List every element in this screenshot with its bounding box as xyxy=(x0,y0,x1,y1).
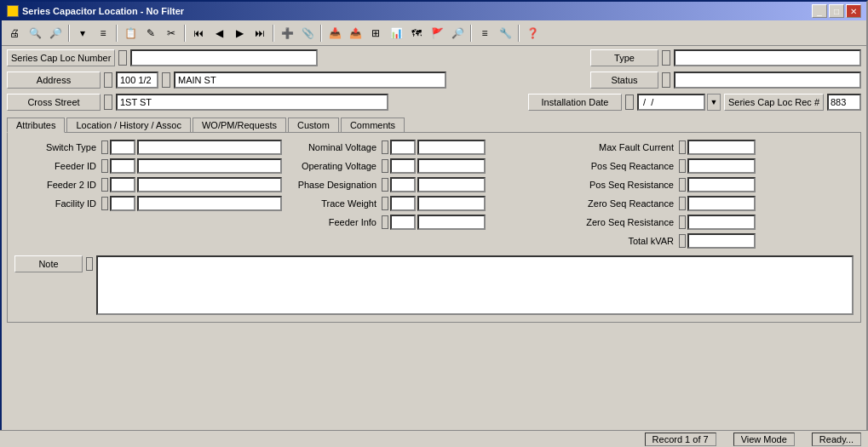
trace-weight-input1[interactable] xyxy=(390,196,416,211)
pos-seq-resistance-label: Pos Seq Resistance xyxy=(575,180,677,190)
facility-id-input2[interactable] xyxy=(137,196,282,211)
feeder-id-input2[interactable] xyxy=(137,158,282,174)
address-street-input[interactable] xyxy=(174,72,446,89)
pos-seq-reactance-row: Pos Seq Reactance xyxy=(575,158,854,174)
total-kvar-ind xyxy=(679,234,686,248)
total-kvar-input[interactable] xyxy=(687,233,756,249)
installation-date-indicator xyxy=(625,95,634,110)
help-button[interactable]: ❓ xyxy=(523,24,542,43)
feeder-info-input2[interactable] xyxy=(417,215,486,230)
facility-id-input1[interactable] xyxy=(110,196,135,211)
sep1 xyxy=(68,25,70,42)
type-label: Type xyxy=(590,49,658,66)
type-input[interactable] xyxy=(674,49,861,66)
preview-button[interactable]: 🔍 xyxy=(26,24,44,43)
nominal-voltage-input2[interactable] xyxy=(417,140,486,155)
nav-last-button[interactable]: ⏭ xyxy=(250,24,269,43)
feeder-info-input1[interactable] xyxy=(390,215,416,230)
import-button[interactable]: 📥 xyxy=(325,24,344,43)
switch-type-input2[interactable] xyxy=(137,140,282,155)
find-button[interactable]: 🔎 xyxy=(46,24,65,43)
sep5 xyxy=(320,25,322,42)
pos-seq-resistance-input[interactable] xyxy=(687,177,756,192)
series-cap-loc-number-label: Series Cap Loc Number xyxy=(7,49,115,66)
feeder-id-ind xyxy=(101,159,108,173)
lines-button[interactable]: ≡ xyxy=(475,24,494,43)
switch-type-label: Switch Type xyxy=(14,142,100,152)
series-cap-rec-input[interactable] xyxy=(827,94,861,111)
tools-button[interactable]: 🔧 xyxy=(496,24,514,43)
phase-designation-input2[interactable] xyxy=(417,177,486,192)
pos-seq-reactance-ind xyxy=(679,159,686,173)
sep7 xyxy=(518,25,520,42)
facility-id-ind xyxy=(101,197,108,210)
zero-seq-reactance-input[interactable] xyxy=(687,196,756,211)
nav-next-button[interactable]: ▶ xyxy=(230,24,249,43)
zero-seq-resistance-input[interactable] xyxy=(687,215,756,230)
view-mode: View Mode xyxy=(733,433,795,446)
cross-street-input[interactable] xyxy=(116,94,388,111)
tab-comments[interactable]: Comments xyxy=(341,117,405,133)
map-button[interactable]: 🗺 xyxy=(407,24,426,43)
nav-prev-button[interactable]: ◀ xyxy=(210,24,228,43)
max-fault-current-input[interactable] xyxy=(687,140,756,155)
minimize-button[interactable]: _ xyxy=(812,4,827,18)
feeder-2id-ind xyxy=(101,178,108,192)
status-input[interactable] xyxy=(674,72,861,89)
operating-voltage-input1[interactable] xyxy=(390,158,416,174)
switch-type-ind xyxy=(101,140,108,154)
title-bar: Series Capacitor Location - No Filter _ … xyxy=(2,2,866,20)
installation-date-field: ▼ xyxy=(637,94,721,111)
close-button[interactable]: ✕ xyxy=(846,4,861,18)
phase-designation-input1[interactable] xyxy=(390,177,416,192)
tab-attributes[interactable]: Attributes xyxy=(7,117,65,133)
switch-type-row: Switch Type xyxy=(14,140,293,155)
feeder-id-row: Feeder ID xyxy=(14,158,293,174)
total-kvar-row: Total kVAR xyxy=(575,233,854,249)
address-number-input[interactable] xyxy=(116,72,158,89)
grid-button[interactable]: ⊞ xyxy=(366,24,385,43)
address-indicator2 xyxy=(162,72,170,88)
app-icon xyxy=(7,5,19,17)
nominal-voltage-input1[interactable] xyxy=(390,140,416,155)
attach-button[interactable]: 📎 xyxy=(298,24,317,43)
filter2-button[interactable]: ≡ xyxy=(94,24,112,43)
zero-seq-resistance-row: Zero Seq Resistance xyxy=(575,215,854,230)
switch-type-input1[interactable] xyxy=(110,140,135,155)
feeder-2id-label: Feeder 2 ID xyxy=(14,180,100,190)
series-cap-loc-number-input[interactable] xyxy=(130,49,318,66)
feeder-2id-input2[interactable] xyxy=(137,177,282,192)
note-input[interactable] xyxy=(96,255,854,315)
filter-button[interactable]: ▾ xyxy=(73,24,92,43)
nav-first-button[interactable]: ⏮ xyxy=(189,24,208,43)
date-picker-button[interactable]: ▼ xyxy=(707,94,721,111)
copy-button[interactable]: 📋 xyxy=(121,24,140,43)
pos-seq-reactance-input[interactable] xyxy=(687,158,756,174)
operating-voltage-input2[interactable] xyxy=(417,158,486,174)
total-kvar-label: Total kVAR xyxy=(575,236,677,246)
trace-weight-input2[interactable] xyxy=(417,196,486,211)
tab-wo[interactable]: WO/PM/Requests xyxy=(193,117,286,133)
installation-date-input[interactable] xyxy=(637,94,705,111)
edit-button[interactable]: ✎ xyxy=(141,24,160,43)
tab-content: Switch Type Feeder ID Feeder 2 I xyxy=(7,132,861,323)
flag-button[interactable]: 🚩 xyxy=(428,24,446,43)
feeder-id-input1[interactable] xyxy=(110,158,135,174)
feeder-info-label: Feeder Info xyxy=(295,217,380,227)
tab-location[interactable]: Location / History / Assoc xyxy=(66,117,191,133)
zoom-button[interactable]: 🔎 xyxy=(448,24,467,43)
add-button[interactable]: ➕ xyxy=(278,24,296,43)
feeder-2id-input1[interactable] xyxy=(110,177,135,192)
tab-custom[interactable]: Custom xyxy=(288,117,339,133)
print-button[interactable]: 🖨 xyxy=(5,24,24,43)
max-fault-ind xyxy=(679,140,686,154)
chart-button[interactable]: 📊 xyxy=(387,24,405,43)
cross-street-indicator xyxy=(104,95,112,110)
operating-voltage-row: Operating Voltage xyxy=(295,158,573,174)
status-indicator xyxy=(662,72,670,88)
export-button[interactable]: 📤 xyxy=(346,24,365,43)
phase-designation-ind xyxy=(382,178,388,192)
nominal-voltage-ind xyxy=(382,140,388,154)
maximize-button[interactable]: □ xyxy=(829,4,844,18)
cut-button[interactable]: ✂ xyxy=(162,24,181,43)
